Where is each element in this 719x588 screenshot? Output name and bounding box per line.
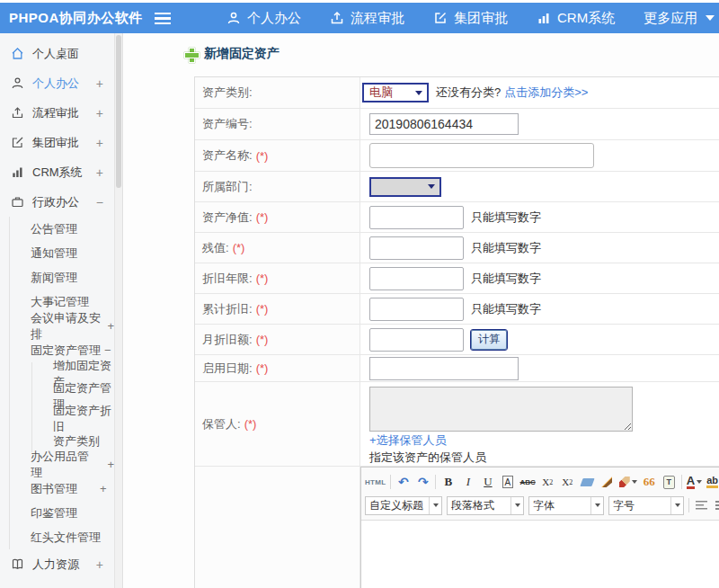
asset-form: 资产类别: 电脑 还没有分类? 点击添加分类>> 资产编号: 资产名称:(*) [194,76,719,588]
depreciation-years-input[interactable] [369,267,464,290]
add-category-link[interactable]: 点击添加分类>> [504,85,588,101]
sidebar-item-red-header-doc-mgmt[interactable]: 红头文件管理 [10,525,114,549]
form-row-residual-value: 残值:(*) 只能填写数字 [195,233,719,263]
sidebar-item-official-doc-mgmt[interactable]: 公文管理 + [0,579,114,588]
home-icon [11,47,24,60]
expand-plus-icon[interactable]: + [100,482,107,495]
add-plus-icon [184,48,198,61]
required-mark: (*) [256,210,269,224]
nav-label: CRM系统 [557,10,615,27]
sidebar-item-label: 个人办公 [32,76,96,92]
nav-label: 更多应用 [644,10,697,27]
sidebar-item-book-mgmt[interactable]: 图书管理+ [10,477,114,501]
sidebar-item-human-resources[interactable]: 人力资源 + [0,549,114,579]
highlight-color-icon[interactable]: ab [706,474,719,490]
expand-plus-icon[interactable]: + [96,106,103,120]
form-row-depreciation-years: 折旧年限:(*) 只能填写数字 [195,263,719,294]
sidebar-item-personal-office[interactable]: 个人办公 + [0,68,114,98]
select-caret-icon [415,91,422,95]
nav-workflow-approval[interactable]: 流程审批 [330,10,404,27]
sidebar-item-admin-office[interactable]: 行政办公 − [0,187,114,217]
align-left-icon[interactable] [694,497,709,513]
font-border-icon[interactable]: A [502,476,514,488]
required-mark: (*) [256,333,269,346]
expand-plus-icon[interactable]: + [96,76,103,91]
editor-content-area[interactable] [361,521,719,588]
collapse-minus-icon[interactable]: − [104,343,111,357]
superscript-icon[interactable]: X2 [540,474,555,490]
font-color-icon[interactable]: A [687,474,702,490]
expand-plus-icon[interactable]: + [107,458,114,471]
nav-label: 流程审批 [351,10,404,27]
sidebar-item-label: 会议申请及安排 [31,310,103,343]
monthly-depreciation-input[interactable] [369,328,464,352]
department-select[interactable] [369,177,441,197]
expand-plus-icon[interactable]: + [107,319,114,333]
blockquote-icon[interactable]: 66 [642,474,657,490]
sidebar-item-label: 固定资产折旧 [53,403,114,435]
paragraph-format-select[interactable]: 段落格式 [447,496,524,515]
calculate-button[interactable]: 计算 [471,330,507,350]
sidebar-item-news-mgmt[interactable]: 新闻管理 [10,265,114,290]
form-row-asset-name: 资产名称:(*) [195,140,719,172]
category-select[interactable]: 电脑 [362,83,429,102]
expand-plus-icon[interactable]: + [96,557,103,572]
nav-more-apps[interactable]: 更多应用 [644,10,715,27]
subscript-icon[interactable]: X2 [560,474,575,490]
asset-no-input[interactable] [369,113,519,135]
nav-personal-office[interactable]: 个人办公 [226,10,301,27]
custom-title-select[interactable]: 自定义标题 [365,496,442,515]
sidebar-item-label: 资产类别 [53,433,100,450]
undo-icon[interactable]: ↶ [395,474,411,490]
required-mark: (*) [256,361,269,375]
html-source-icon[interactable]: HTML [365,474,386,490]
paste-text-icon[interactable]: T [661,474,677,490]
nav-crm-system[interactable]: CRM系统 [537,10,615,27]
field-label: 月折旧额: [202,332,253,348]
sidebar-scrollbar[interactable] [115,33,123,588]
accumulated-depreciation-input[interactable] [369,298,464,321]
app-logo: PHPOA协同办公软件 [0,10,146,27]
field-label: 资产编号: [202,116,253,132]
sidebar: 个人桌面 个人办公 + 流程审批 + 集团审批 + CRM系统 + 行政办公 −… [0,33,115,588]
sidebar-item-notice-mgmt[interactable]: 通知管理 [10,241,114,265]
sidebar-item-label: 集团审批 [32,135,96,151]
nav-group-approval[interactable]: 集团审批 [433,10,508,27]
sidebar-item-group-approval[interactable]: 集团审批 + [0,128,114,157]
net-value-input[interactable] [369,206,464,229]
page-title-text: 新增固定资产 [204,46,280,62]
residual-value-input[interactable] [369,236,464,260]
underline-icon[interactable]: U [480,474,495,490]
sidebar-item-announcement-mgmt[interactable]: 公告管理 [10,217,114,241]
scrollbar-thumb[interactable] [116,35,121,188]
choose-keeper-link[interactable]: +选择保管人员 [369,432,447,449]
expand-plus-icon[interactable]: + [96,136,103,150]
keeper-textarea[interactable] [369,387,633,432]
required-mark: (*) [256,149,269,163]
hamburger-menu-icon[interactable] [155,13,171,24]
align-center-icon[interactable] [714,497,719,513]
sidebar-item-personal-desktop[interactable]: 个人桌面 [0,39,114,68]
asset-name-input[interactable] [369,143,594,168]
sidebar-item-fixed-asset-depreciation[interactable]: 固定资产折旧 [32,407,114,430]
book-icon [11,557,24,571]
font-size-select[interactable]: 字号 [608,496,684,515]
collapse-minus-icon[interactable]: − [96,195,103,209]
sidebar-item-label: 红头文件管理 [31,530,101,546]
redo-icon[interactable]: ↷ [415,474,431,490]
eraser-icon[interactable] [580,474,595,490]
italic-icon[interactable]: I [460,474,475,490]
clear-format-icon[interactable] [599,474,615,490]
sidebar-item-meeting-request[interactable]: 会议申请及安排+ [10,314,114,338]
format-painter-icon[interactable] [619,474,637,490]
font-family-select[interactable]: 字体 [528,496,604,515]
sidebar-item-office-supplies-mgmt[interactable]: 办公用品管理+ [10,452,114,477]
expand-plus-icon[interactable]: + [96,165,103,180]
sidebar-item-seal-mgmt[interactable]: 印鉴管理 [10,501,114,525]
sidebar-item-crm-system[interactable]: CRM系统 + [0,157,114,187]
strikethrough-icon[interactable]: ABC [519,474,535,490]
bold-icon[interactable]: B [440,474,456,490]
start-date-input[interactable] [369,357,519,380]
required-mark: (*) [256,272,269,285]
sidebar-item-workflow-approval[interactable]: 流程审批 + [0,98,114,128]
